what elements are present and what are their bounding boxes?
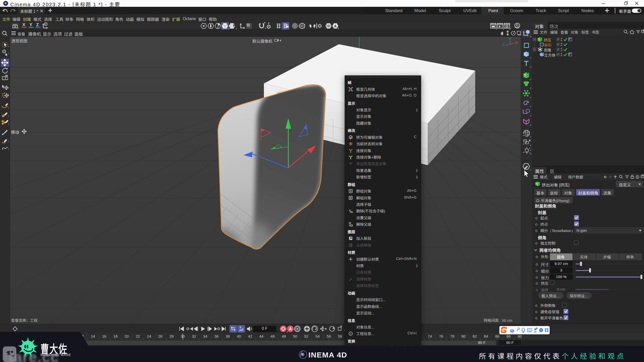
svg-text:A: A — [289, 327, 292, 331]
svg-text:X: X — [515, 40, 518, 45]
svg-text:80: 80 — [461, 334, 466, 338]
svg-text:22: 22 — [136, 334, 140, 338]
svg-text:50: 50 — [293, 334, 297, 338]
svg-text:88: 88 — [506, 334, 511, 338]
svg-text:ST: ST — [523, 151, 526, 154]
svg-text:S: S — [502, 328, 505, 333]
svg-text:Z: Z — [502, 42, 504, 47]
svg-text:26: 26 — [158, 334, 163, 338]
svg-text:40: 40 — [237, 334, 241, 338]
svg-text:X: X — [22, 22, 25, 27]
svg-text:78: 78 — [450, 334, 455, 338]
svg-text:54: 54 — [315, 334, 320, 338]
svg-text:86: 86 — [495, 334, 499, 338]
svg-text:Y: Y — [29, 22, 32, 27]
svg-text:34: 34 — [203, 334, 208, 338]
svg-text:Z: Z — [36, 22, 39, 27]
svg-text:46: 46 — [270, 334, 275, 338]
svg-text:48: 48 — [282, 334, 286, 338]
svg-text:ST: ST — [523, 143, 526, 145]
svg-text:90: 90 — [517, 334, 522, 338]
svg-text:44: 44 — [259, 334, 264, 338]
svg-text:56: 56 — [327, 334, 331, 338]
svg-text:A: A — [239, 326, 242, 329]
svg-text:74: 74 — [428, 334, 432, 338]
svg-text:76: 76 — [439, 334, 443, 338]
svg-text:42: 42 — [248, 334, 252, 338]
svg-text:14: 14 — [91, 334, 95, 338]
svg-text:82: 82 — [473, 334, 477, 338]
svg-text:38: 38 — [226, 334, 230, 338]
svg-text:18: 18 — [113, 334, 117, 338]
svg-text:58: 58 — [338, 334, 342, 338]
svg-text:24: 24 — [147, 334, 151, 338]
svg-text:84: 84 — [484, 334, 488, 338]
svg-text:28: 28 — [170, 334, 174, 338]
svg-text:Y: Y — [509, 37, 511, 41]
svg-text:ST: ST — [523, 134, 526, 137]
svg-text:A: A — [334, 24, 337, 28]
svg-text:16: 16 — [102, 334, 106, 338]
svg-text:36: 36 — [214, 334, 219, 338]
svg-text:32: 32 — [192, 334, 196, 338]
svg-text:20: 20 — [125, 334, 129, 338]
svg-text:52: 52 — [304, 334, 308, 338]
